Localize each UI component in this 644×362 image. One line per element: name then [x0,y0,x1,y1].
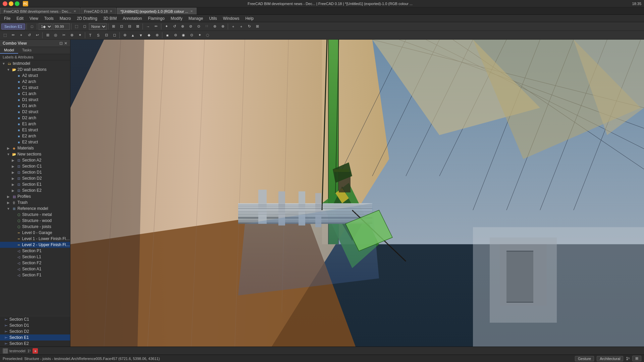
tree-item-trash[interactable]: ▶🗑Trash [0,199,70,206]
menu-help[interactable]: Help [243,15,256,21]
plus-btn2[interactable]: + [237,23,245,30]
array-btn[interactable]: ∷ [203,23,210,30]
tree-item-sec-d2[interactable]: ▶⊡Section D2 [0,175,70,181]
align-btn[interactable]: ⊞ [254,23,261,30]
tb2-btn22[interactable]: ◉ [180,32,187,39]
tree-item-sec-e1[interactable]: ▶⊡Section E1 [0,181,70,187]
menu-manage[interactable]: Manage [186,15,206,21]
tree-item-c1arch[interactable]: ■C1 arch [0,91,70,97]
view-mode-btn[interactable]: Architectural [597,356,623,361]
scale-select[interactable]: 1◆ [39,23,52,30]
tb2-btn24[interactable]: ✦ [196,32,203,39]
tree-arrow[interactable]: ▶ [11,189,15,192]
rotate-btn[interactable]: ↺ [171,23,178,30]
draw-style-btn[interactable]: □ [28,23,36,30]
tb2-btn5[interactable]: ↩ [34,32,41,39]
tb2-btn23[interactable]: ⊙ [188,32,195,39]
tree-arrow[interactable]: ▶ [6,201,11,205]
grid-btn[interactable]: ⊞ [110,23,117,30]
menu-annotation[interactable]: Annotation [120,15,145,21]
tree-item-e1arch[interactable]: ■E1 arch [0,121,70,127]
tb2-btn10[interactable]: ✦ [76,32,84,39]
tab-freecad-018[interactable]: FreeCAD 0.18 ✕ [80,8,116,14]
tb2-btn12[interactable]: S [95,32,102,39]
tab-close-icon[interactable]: ✕ [190,9,193,13]
tb2-btn7[interactable]: ◎ [52,32,59,39]
tree-item-e2arch[interactable]: ■E2 arch [0,133,70,139]
bottom-section-bs-e2[interactable]: ⊢Section E2 [0,341,70,347]
tree-item-profiles[interactable]: ▶▤Profiles [0,193,70,199]
nav-mode-btn[interactable]: Gesture [575,356,594,361]
tree-arrow[interactable]: ▶ [11,171,15,174]
minimize-button[interactable] [9,1,13,6]
tb2-btn25[interactable]: ◌ [204,32,211,39]
grid-btn2[interactable]: ⊡ [118,23,125,30]
tb2-btn15[interactable]: ⊛ [121,32,128,39]
tree-item-level0[interactable]: ━Level 0 - Garage [0,230,70,236]
tree-item-str-wood[interactable]: ⬡Structure - wood [0,218,70,224]
bottom-section-bs-d1[interactable]: ⊢Section D1 [0,322,70,328]
menu-windows[interactable]: Windows [220,15,242,21]
tb2-btn16[interactable]: ▲ [129,32,137,39]
combo-float-icon[interactable]: ⊡ [59,41,63,46]
snap-select[interactable]: None [89,23,107,30]
tree-item-sec-a1[interactable]: ◁Section A1 [0,266,70,272]
menu-edit[interactable]: Edit [14,15,26,21]
tree-arrow[interactable]: ▶ [11,177,15,180]
menu-view[interactable]: View [27,15,41,21]
grid-btn3[interactable]: ⊟ [126,23,133,30]
tb2-btn19[interactable]: ⊗ [153,32,161,39]
tb2-btn11[interactable]: T [87,32,94,39]
tab-model[interactable]: Model [0,47,18,54]
tree-item-d1struct[interactable]: ■D1 struct [0,97,70,103]
tab-untitled1[interactable]: *[Untitled1] (exported)-1.0 (RGB colour … [117,8,197,14]
tree-item-sec-l1[interactable]: ◁Section L1 [0,254,70,260]
menu-tools[interactable]: Tools [42,15,56,21]
plus-btn[interactable]: + [229,23,237,30]
tree-item-a2struct[interactable]: ■A2 struct [0,73,70,79]
tree-item-sec-e2[interactable]: ▶⊡Section E2 [0,187,70,193]
menu-macro[interactable]: Macro [57,15,73,21]
tree-arrow[interactable]: ▶ [11,165,15,168]
tree-item-new-sections[interactable]: ▼📂New sections [0,151,70,157]
tree-item-d1arch[interactable]: ■D1 arch [0,103,70,109]
tree-item-sec-p1[interactable]: ◁Section P1 [0,248,70,254]
snap-btn[interactable]: ⬚ [73,23,80,30]
tb2-btn18[interactable]: ◆ [145,32,153,39]
tb2-btn21[interactable]: ⊜ [172,32,179,39]
tree-arrow[interactable]: ▼ [1,62,6,65]
close-button[interactable] [3,1,7,6]
refresh-btn[interactable]: ↻ [246,23,253,30]
3d-viewport[interactable] [70,40,644,347]
edit-btn[interactable]: ✏ [152,23,160,30]
bottom-section-bs-e1[interactable]: ⊢Section E1 [0,334,70,341]
menu-flamingo[interactable]: Flamingo [145,15,167,21]
bottom-section-bs-c1[interactable]: ⊢Section C1 [0,316,70,322]
tree-arrow[interactable]: ▶ [6,146,11,150]
tree-arrow[interactable]: ▼ [6,152,11,156]
tree-arrow[interactable]: ▶ [6,195,11,198]
tree-item-level2[interactable]: ━Level 2 - Upper Finish Floor [0,242,70,248]
menu-3d-bim[interactable]: 3D BIM [101,15,119,21]
tb2-btn14[interactable]: ◻ [111,32,118,39]
tab-tasks[interactable]: Tasks [18,47,36,54]
tree-item-sec-f1[interactable]: ◁Section F1 [0,272,70,278]
menu-2d-drafting[interactable]: 2D Drafting [74,15,100,21]
tree-item-2d-wall[interactable]: ▼📂2D wall sections [0,66,70,73]
tree-item-sec-d1[interactable]: ▶⊡Section D1 [0,169,70,175]
tb2-btn2[interactable]: ✏ [9,32,17,39]
tree-item-d2arch[interactable]: ■D2 arch [0,115,70,121]
tree-arrow[interactable]: ▼ [6,68,11,72]
bottom-section-bs-d2[interactable]: ⊢Section D2 [0,328,70,334]
tree-item-ref-model[interactable]: ▼⊞Reference model [0,206,70,212]
tb2-btn17[interactable]: ▼ [137,32,145,39]
tree-item-sec-c1[interactable]: ▶⊡Section C1 [0,163,70,169]
tree-item-d2struct[interactable]: ■D2 struct [0,109,70,115]
tree-item-e1struct[interactable]: ■E1 struct [0,127,70,133]
combo-close-icon[interactable]: ✕ [64,41,67,46]
maximize-button[interactable] [15,1,19,6]
tb2-btn13[interactable]: ⊡ [103,32,110,39]
tree-item-materials[interactable]: ▶◆Materials [0,145,70,151]
mirror-btn[interactable]: ⊘ [187,23,194,30]
tree-item-sec-f2[interactable]: ◁Section F2 [0,260,70,266]
